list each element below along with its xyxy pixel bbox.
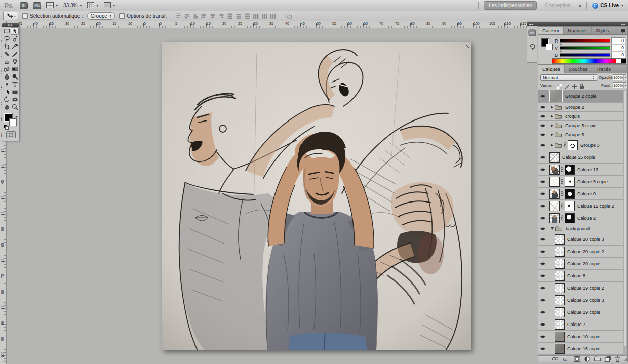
mask-link-icon[interactable] — [561, 167, 564, 172]
layer-visibility-icon[interactable] — [538, 103, 547, 111]
tab-calques[interactable]: Calques — [538, 65, 565, 73]
channel-slider[interactable] — [560, 39, 610, 43]
layer-row-groupe-3[interactable]: Groupe 3 — [538, 139, 627, 151]
layer-row-groupe-2-copie[interactable]: Groupe 2 copie — [538, 90, 627, 103]
layer-thumbnail[interactable] — [550, 152, 560, 163]
layer-thumbnail[interactable] — [550, 177, 560, 187]
swap-colors-icon[interactable] — [14, 113, 18, 122]
rectangular-marquee-tool-icon[interactable] — [3, 27, 11, 35]
layer-thumbnail[interactable] — [555, 295, 565, 305]
align-top-edges-icon[interactable] — [175, 13, 182, 19]
layer-thumbnail[interactable] — [555, 247, 565, 257]
auto-select-scope-dropdown[interactable]: Groupe ▲▼ — [87, 12, 115, 20]
mini-bridge-panel-icon[interactable]: Mb — [528, 28, 536, 37]
layer-row-groupe-5-copie[interactable]: Groupe 5 copie — [538, 121, 627, 130]
layer-thumbnail[interactable] — [555, 259, 565, 269]
align-vertical-centers-icon[interactable] — [184, 13, 190, 19]
layer-visibility-icon[interactable] — [538, 270, 547, 281]
panel-background-swatch[interactable] — [546, 44, 553, 50]
expand-group-icon[interactable] — [551, 133, 553, 136]
layer-thumbnail[interactable] — [555, 283, 565, 293]
layer-mask-thumbnail[interactable] — [565, 177, 575, 187]
history-brush-tool-icon[interactable] — [11, 58, 19, 65]
layer-thumbnail[interactable] — [555, 234, 565, 245]
clone-stamp-tool-icon[interactable] — [3, 58, 11, 65]
tab-couleur[interactable]: Couleur — [538, 27, 564, 34]
toolbar-collapse-icon[interactable]: ▶▶ — [2, 23, 19, 27]
fill-value[interactable]: 100% ▼ — [613, 82, 626, 88]
rectangle-shape-tool-icon[interactable] — [11, 88, 19, 96]
zoom-tool-icon[interactable] — [11, 103, 19, 111]
zoom-level-control[interactable]: 33.3%▼ — [63, 3, 82, 8]
tab-styles[interactable]: Styles — [592, 27, 613, 34]
default-colors-icon[interactable] — [4, 125, 9, 129]
scrollbar-thumb[interactable] — [624, 91, 626, 346]
mask-link-icon[interactable] — [561, 215, 564, 221]
mask-link-icon[interactable] — [561, 191, 564, 196]
layer-visibility-icon[interactable] — [538, 200, 547, 212]
align-horizontal-centers-icon[interactable] — [210, 13, 216, 19]
distribute-left-edges-icon[interactable] — [253, 13, 259, 19]
layer-thumbnail[interactable] — [555, 344, 565, 354]
layer-row-groupe-2[interactable]: Groupe 2 — [538, 103, 627, 112]
new-group-icon[interactable] — [594, 356, 601, 361]
collapse-group-icon[interactable] — [551, 227, 554, 230]
layer-row-calque-5-copie[interactable]: Calque 5 copie — [538, 176, 627, 188]
channel-value[interactable]: 0 — [611, 37, 625, 44]
layer-thumbnail[interactable] — [555, 332, 565, 342]
layer-mask-thumbnail[interactable] — [565, 201, 575, 211]
new-adjustment-layer-icon[interactable] — [584, 356, 590, 362]
gradient-tool-icon[interactable] — [11, 65, 19, 73]
add-layer-mask-icon[interactable] — [574, 356, 580, 362]
type-tool-icon[interactable] — [11, 80, 19, 88]
tab-tracés[interactable]: Tracés — [592, 65, 615, 73]
channel-slider[interactable] — [560, 46, 610, 50]
layer-thumbnail[interactable] — [550, 213, 560, 223]
layer-visibility-icon[interactable] — [538, 331, 547, 342]
layer-row-calque-15-copie-2[interactable]: Calque 15 copie 2 — [538, 200, 627, 212]
layer-visibility-icon[interactable] — [538, 258, 547, 269]
blend-mode-dropdown[interactable]: Normal ▲▼ — [540, 74, 597, 81]
opacity-value[interactable]: 100% ▼ — [613, 74, 626, 80]
layer-row-calque-10-copie[interactable]: Calque 10 copie — [538, 331, 627, 343]
expand-dock-icon[interactable]: ◀◀ — [529, 22, 534, 26]
channel-value[interactable]: 0 — [611, 52, 625, 58]
layer-visibility-icon[interactable] — [538, 246, 547, 257]
layer-visibility-icon[interactable] — [538, 282, 547, 294]
layer-row-calque-2[interactable]: Calque 2 — [538, 212, 627, 224]
orbit-3d-tool-icon[interactable] — [11, 96, 19, 103]
layer-row-calque-15-copie[interactable]: Calque 15 copie — [538, 151, 627, 164]
collapse-dock-icon[interactable]: ▶▶ — [621, 22, 626, 26]
layer-visibility-icon[interactable] — [538, 306, 547, 318]
panel-menu-icon[interactable] — [621, 65, 627, 73]
layer-visibility-icon[interactable] — [538, 139, 547, 151]
canvas-artwork[interactable] — [162, 42, 471, 350]
panel-menu-icon[interactable] — [621, 27, 627, 34]
pen-tool-icon[interactable] — [3, 80, 11, 88]
distribute-vertical-centers-icon[interactable] — [236, 13, 242, 19]
distribute-horizontal-centers-icon[interactable] — [261, 13, 268, 19]
workspace-button-design[interactable]: Conception — [542, 2, 574, 9]
layer-visibility-icon[interactable] — [538, 176, 547, 187]
align-left-edges-icon[interactable] — [201, 13, 208, 19]
arrange-documents-control[interactable]: ▼ — [46, 2, 58, 9]
layer-mask-thumbnail[interactable] — [565, 165, 575, 175]
show-transform-controls-checkbox[interactable]: Options de transf. — [119, 13, 167, 19]
layer-mask-thumbnail[interactable] — [565, 213, 575, 223]
layer-thumbnail[interactable] — [555, 307, 565, 317]
rotate-3d-tool-icon[interactable] — [3, 96, 11, 103]
layer-visibility-icon[interactable] — [538, 233, 547, 245]
tab-nuancier[interactable]: Nuancier — [564, 27, 592, 34]
layer-visibility-icon[interactable] — [538, 164, 547, 175]
layer-styles-icon[interactable]: fx. — [563, 356, 570, 361]
layer-thumbnail[interactable] — [550, 90, 563, 102]
mask-link-icon[interactable] — [564, 142, 567, 148]
layers-scrollbar[interactable] — [623, 90, 627, 356]
workspace-button-essentials[interactable]: Les indispensables — [484, 1, 537, 10]
layer-visibility-icon[interactable] — [538, 318, 547, 330]
layer-row-calque-20-copie-3[interactable]: Calque 20 copie 3 — [538, 233, 627, 246]
layer-visibility-icon[interactable] — [538, 112, 547, 120]
hand-tool-icon[interactable] — [3, 103, 11, 111]
layer-row-calque-20-copie[interactable]: Calque 20 copie — [538, 258, 627, 270]
layer-row-calque-7[interactable]: Calque 7 — [538, 318, 627, 331]
